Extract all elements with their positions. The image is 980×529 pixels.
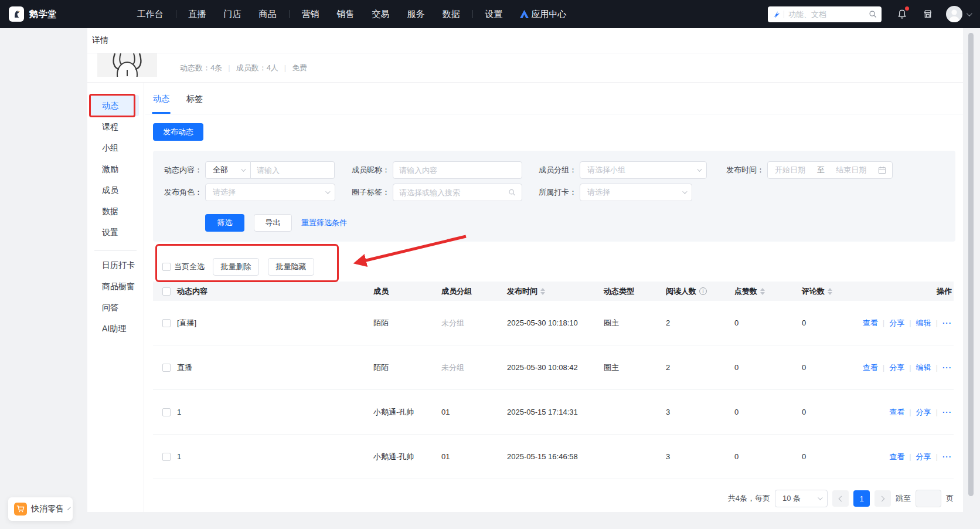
circle-tag-input[interactable] <box>399 188 508 197</box>
next-page-button[interactable] <box>874 490 891 507</box>
reset-filters-link[interactable]: 重置筛选条件 <box>301 218 347 228</box>
header-checkbox[interactable] <box>162 287 171 296</box>
nav-item-8[interactable]: 服务 <box>407 9 425 20</box>
prev-page-button[interactable] <box>832 490 849 507</box>
cell-content: 1 <box>177 452 373 461</box>
jump-page-input[interactable] <box>916 490 941 507</box>
table-body: [直播]陌陌未分组2025-05-30 10:18:10圈主200查看|分享|编… <box>153 301 954 479</box>
current-page-button[interactable]: 1 <box>853 490 870 507</box>
content-type-select[interactable]: 全部 <box>205 161 251 179</box>
nav-item-1[interactable]: 工作台 <box>137 9 164 20</box>
action-分享[interactable]: 分享 <box>889 362 904 373</box>
batch-hide-button[interactable]: 批量隐藏 <box>268 258 314 276</box>
action-查看[interactable]: 查看 <box>889 407 904 418</box>
filter-tag-label: 圈子标签： <box>329 187 390 198</box>
tab-标签[interactable]: 标签 <box>186 83 203 114</box>
member-group-placeholder: 请选择小组 <box>587 165 625 175</box>
nav-item-6[interactable]: 销售 <box>337 9 355 20</box>
publish-role-select[interactable]: 请选择 <box>205 184 335 201</box>
filter-row-2: 发布角色： 请选择 圈子标签： 所属打卡： 请选择 <box>153 184 955 201</box>
brand[interactable]: 鹅学堂 <box>9 6 57 22</box>
sort-icon[interactable] <box>828 288 832 295</box>
action-查看[interactable]: 查看 <box>863 318 878 328</box>
cell-reads: 3 <box>666 408 734 416</box>
store-entry[interactable] <box>923 9 933 19</box>
sidebar-item-商品橱窗[interactable]: 商品橱窗 <box>91 276 139 297</box>
action-查看[interactable]: 查看 <box>889 452 904 462</box>
sidebar-item-问答[interactable]: 问答 <box>91 297 139 318</box>
more-actions-icon[interactable]: ··· <box>942 408 952 416</box>
notification-bell[interactable] <box>897 9 907 19</box>
nav-item-2[interactable]: 直播 <box>189 9 206 20</box>
filter-nickname: 成员昵称： <box>329 161 522 179</box>
row-checkbox[interactable] <box>162 364 171 372</box>
sidebar-item-成员[interactable]: 成员 <box>91 179 139 201</box>
sidebar-item-课程[interactable]: 课程 <box>91 116 139 137</box>
checkin-select[interactable]: 请选择 <box>580 184 692 201</box>
more-actions-icon[interactable]: ··· <box>942 452 952 461</box>
action-查看[interactable]: 查看 <box>863 362 878 373</box>
sidebar-item-激励[interactable]: 激励 <box>91 158 139 179</box>
action-separator: | <box>909 452 911 461</box>
info-icon[interactable]: i <box>699 287 707 295</box>
xiaoe-bolt-icon <box>773 11 780 18</box>
sort-icon[interactable] <box>760 288 765 295</box>
filter-panel: 动态内容： 全部 成员昵称： <box>153 151 955 242</box>
select-all-label[interactable]: 当页全选 <box>174 262 205 272</box>
nav-item-4[interactable]: 商品 <box>259 9 277 20</box>
column-label: 成员分组 <box>441 286 472 297</box>
action-分享[interactable]: 分享 <box>889 318 904 328</box>
search-icon[interactable] <box>869 10 877 18</box>
search-input[interactable] <box>788 10 869 19</box>
filter-submit-button[interactable]: 筛选 <box>205 214 244 232</box>
column-header-发布时间: 发布时间 <box>507 286 604 297</box>
sidebar-item-AI助理[interactable]: AI助理 <box>91 318 139 339</box>
page-size-select[interactable]: 10 条 <box>775 490 828 507</box>
chevron-right-icon <box>879 496 885 501</box>
circle-tag-field <box>393 184 522 201</box>
sidebar-item-数据[interactable]: 数据 <box>91 201 139 222</box>
table-row: [直播]陌陌未分组2025-05-30 10:18:10圈主200查看|分享|编… <box>153 301 954 345</box>
export-button[interactable]: 导出 <box>254 214 292 232</box>
sort-desc-icon <box>828 292 832 295</box>
batch-delete-button[interactable]: 批量删除 <box>213 258 259 276</box>
sidebar-item-设置[interactable]: 设置 <box>91 222 139 243</box>
stat-separator: | <box>284 63 286 72</box>
more-actions-icon[interactable]: ··· <box>942 318 952 327</box>
workspace-switcher[interactable]: 快消零售 <box>8 497 73 521</box>
nav-item-app-center[interactable]: 应用中心 <box>520 9 567 20</box>
nav-item-10[interactable]: 设置 <box>485 9 503 20</box>
sort-icon[interactable] <box>540 288 545 295</box>
row-checkbox-cell <box>153 319 177 327</box>
nav-item-5[interactable]: 营销 <box>302 9 319 20</box>
more-actions-icon[interactable]: ··· <box>942 363 952 372</box>
action-分享[interactable]: 分享 <box>916 407 931 418</box>
sidebar-item-小组[interactable]: 小组 <box>91 137 139 158</box>
user-menu[interactable] <box>946 6 971 22</box>
action-编辑[interactable]: 编辑 <box>916 362 931 373</box>
scrollbar-thumb[interactable] <box>968 33 974 496</box>
publish-moment-button[interactable]: 发布动态 <box>153 123 203 141</box>
member-group-select[interactable]: 请选择小组 <box>580 161 707 179</box>
chevron-left-icon <box>839 496 845 501</box>
filter-row-1: 动态内容： 全部 成员昵称： <box>153 161 955 179</box>
global-search[interactable] <box>768 6 882 22</box>
sidebar-item-动态[interactable]: 动态 <box>91 95 139 116</box>
nickname-input[interactable] <box>399 166 516 175</box>
sidebar-item-日历打卡[interactable]: 日历打卡 <box>91 255 139 276</box>
publish-time-range[interactable]: 开始日期 至 结束日期 <box>767 161 893 179</box>
action-编辑[interactable]: 编辑 <box>916 318 931 328</box>
row-checkbox[interactable] <box>162 453 171 461</box>
row-checkbox-cell <box>153 364 177 372</box>
nav-item-7[interactable]: 交易 <box>372 9 390 20</box>
tab-动态[interactable]: 动态 <box>153 83 169 114</box>
action-separator: | <box>909 408 911 416</box>
select-all-checkbox[interactable] <box>162 263 171 271</box>
content-keyword-input[interactable] <box>257 166 328 175</box>
cell-type: 圈主 <box>604 318 666 328</box>
nav-item-9[interactable]: 数据 <box>443 9 460 20</box>
nav-item-3[interactable]: 门店 <box>224 9 241 20</box>
row-checkbox[interactable] <box>162 319 171 327</box>
row-checkbox[interactable] <box>162 408 171 416</box>
action-分享[interactable]: 分享 <box>916 452 931 462</box>
